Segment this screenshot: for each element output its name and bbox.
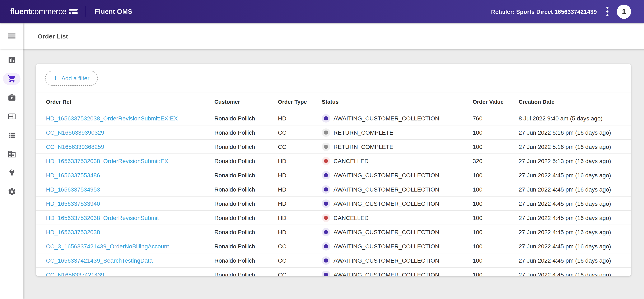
retailer-label: Retailer: Sports Direct 1656337421439 xyxy=(491,8,597,15)
order-type-cell: HD xyxy=(278,172,322,178)
topbar-right: Retailer: Sports Direct 1656337421439 1 xyxy=(491,5,644,19)
order-value-cell: 100 xyxy=(473,257,519,264)
status-cell: CANCELLED xyxy=(322,157,473,165)
order-type-cell: CC xyxy=(278,243,322,249)
table-row: HD_1656337532038_OrderRevisionSubmit:EXR… xyxy=(36,154,631,168)
status-label: AWAITING_CUSTOMER_COLLECTION xyxy=(334,257,439,264)
customer-cell: Ronaldo Pollich xyxy=(214,257,278,264)
table-body: HD_1656337532038_OrderRevisionSubmit:EX:… xyxy=(36,111,631,276)
customer-cell: Ronaldo Pollich xyxy=(214,271,278,276)
table-row: CC_3_1656337421439_OrderNoBillingAccount… xyxy=(36,239,631,253)
order-ref-link[interactable]: CC_N1656339390329 xyxy=(46,129,104,136)
order-value-cell: 100 xyxy=(473,243,519,249)
status-dot-icon xyxy=(322,213,330,222)
order-ref-link[interactable]: HD_1656337532038_OrderRevisionSubmit:EX xyxy=(46,157,168,164)
sidebar-item-gear[interactable] xyxy=(0,182,24,201)
add-filter-button[interactable]: + Add a filter xyxy=(45,71,98,86)
table-row: HD_1656337532038_OrderRevisionSubmit:EX:… xyxy=(36,111,631,125)
creation-date-cell: 27 Jun 2022 5:16 pm (16 days ago) xyxy=(519,143,631,150)
customer-cell: Ronaldo Pollich xyxy=(214,129,278,136)
list-icon xyxy=(3,129,20,141)
creation-date-cell: 27 Jun 2022 4:45 pm (16 days ago) xyxy=(519,228,631,235)
order-ref-link[interactable]: HD_1656337532038_OrderRevisionSubmit xyxy=(46,214,159,221)
sidebar-item-card-layout[interactable] xyxy=(0,107,24,125)
order-ref-link[interactable]: CC_N1656337421439 xyxy=(46,271,104,276)
customer-cell: Ronaldo Pollich xyxy=(214,172,278,178)
status-dot-icon xyxy=(322,128,330,137)
bar-chart-icon xyxy=(3,54,20,66)
table-row: HD_1656337533940Ronaldo PollichHDAWAITIN… xyxy=(36,197,631,211)
briefcase-play-icon xyxy=(3,91,20,104)
customer-cell: Ronaldo Pollich xyxy=(214,157,278,164)
status-cell: AWAITING_CUSTOMER_COLLECTION xyxy=(322,171,473,179)
customer-cell: Ronaldo Pollich xyxy=(214,228,278,235)
status-dot-icon xyxy=(322,242,330,250)
shell: Order List + Add a filter Order RefCusto… xyxy=(0,23,644,299)
column-header-order-value: Order Value xyxy=(473,99,519,105)
column-header-order-ref: Order Ref xyxy=(46,99,214,105)
sidebar-item-list[interactable] xyxy=(0,126,24,144)
order-type-cell: HD xyxy=(278,214,322,221)
table-row: HD_1656337532038_OrderRevisionSubmitRona… xyxy=(36,211,631,225)
order-ref-link[interactable]: HD_1656337532038 xyxy=(46,228,100,235)
card-layout-icon xyxy=(3,110,20,122)
order-ref-link[interactable]: CC_3_1656337421439_OrderNoBillingAccount xyxy=(46,243,169,249)
status-dot-icon xyxy=(322,114,330,122)
sidebar-item-building[interactable] xyxy=(0,145,24,163)
avatar[interactable]: 1 xyxy=(617,5,631,19)
status-cell: AWAITING_CUSTOMER_COLLECTION xyxy=(322,185,473,193)
sidebar-item-cart[interactable] xyxy=(0,69,24,88)
table-row: CC_1656337421439_SearchTestingDataRonald… xyxy=(36,253,631,268)
column-header-creation-date: Creation Date xyxy=(519,99,631,105)
column-header-order-type: Order Type xyxy=(278,99,322,105)
order-ref-link[interactable]: HD_1656337533940 xyxy=(46,200,100,207)
status-label: AWAITING_CUSTOMER_COLLECTION xyxy=(334,271,439,276)
status-cell: RETURN_COMPLETE xyxy=(322,142,473,151)
menu-button[interactable] xyxy=(0,23,24,49)
status-label: CANCELLED xyxy=(334,214,368,221)
fluent-commerce-logo[interactable]: fluentcommerce xyxy=(10,7,78,16)
order-type-cell: HD xyxy=(278,200,322,207)
status-label: AWAITING_CUSTOMER_COLLECTION xyxy=(334,228,439,235)
sidebar-item-briefcase-play[interactable] xyxy=(0,88,24,107)
table-row: CC_N1656337421439Ronaldo PollichCCAWAITI… xyxy=(36,268,631,276)
status-dot-icon xyxy=(322,142,330,151)
customer-cell: Ronaldo Pollich xyxy=(214,143,278,150)
order-ref-link[interactable]: CC_N1656339368259 xyxy=(46,143,104,150)
torch-icon xyxy=(3,167,20,179)
column-header-status: Status xyxy=(322,99,473,105)
table-row: HD_1656337534953Ronaldo PollichHDAWAITIN… xyxy=(36,182,631,197)
table-row: HD_1656337532038Ronaldo PollichHDAWAITIN… xyxy=(36,225,631,239)
logo-text-secondary: commerce xyxy=(31,7,66,16)
status-cell: AWAITING_CUSTOMER_COLLECTION xyxy=(322,199,473,208)
order-ref-link[interactable]: HD_1656337553486 xyxy=(46,172,100,178)
creation-date-cell: 8 Jul 2022 9:40 am (5 days ago) xyxy=(519,115,631,122)
order-type-cell: HD xyxy=(278,157,322,164)
status-cell: RETURN_COMPLETE xyxy=(322,128,473,137)
filter-bar: + Add a filter xyxy=(36,64,631,92)
status-dot-icon xyxy=(322,199,330,208)
creation-date-cell: 27 Jun 2022 4:45 pm (16 days ago) xyxy=(519,243,631,249)
column-header-customer: Customer xyxy=(214,99,278,105)
order-ref-link[interactable]: HD_1656337534953 xyxy=(46,186,100,193)
status-label: AWAITING_CUSTOMER_COLLECTION xyxy=(334,172,439,178)
status-cell: AWAITING_CUSTOMER_COLLECTION xyxy=(322,256,473,264)
logo-text-primary: fluent xyxy=(10,7,31,16)
order-ref-link[interactable]: HD_1656337532038_OrderRevisionSubmit:EX:… xyxy=(46,115,178,122)
order-type-cell: CC xyxy=(278,257,322,264)
table-row: CC_N1656339390329Ronaldo PollichCCRETURN… xyxy=(36,125,631,140)
order-ref-link[interactable]: CC_1656337421439_SearchTestingData xyxy=(46,257,153,264)
topbar: fluentcommerce Fluent OMS Retailer: Spor… xyxy=(0,0,644,23)
sidebar-item-bar-chart[interactable] xyxy=(0,51,24,69)
sidebar-item-torch[interactable] xyxy=(0,163,24,182)
customer-cell: Ronaldo Pollich xyxy=(214,243,278,249)
order-value-cell: 760 xyxy=(473,115,519,122)
creation-date-cell: 27 Jun 2022 4:45 pm (16 days ago) xyxy=(519,214,631,221)
creation-date-cell: 27 Jun 2022 5:16 pm (16 days ago) xyxy=(519,129,631,136)
plus-icon: + xyxy=(54,74,58,81)
page-header: Order List xyxy=(24,23,644,49)
content-area: + Add a filter Order RefCustomerOrder Ty… xyxy=(24,49,644,299)
kebab-menu-icon[interactable] xyxy=(604,5,611,18)
creation-date-cell: 27 Jun 2022 4:45 pm (16 days ago) xyxy=(519,271,631,276)
table-header-row: Order RefCustomerOrder TypeStatusOrder V… xyxy=(36,92,631,111)
